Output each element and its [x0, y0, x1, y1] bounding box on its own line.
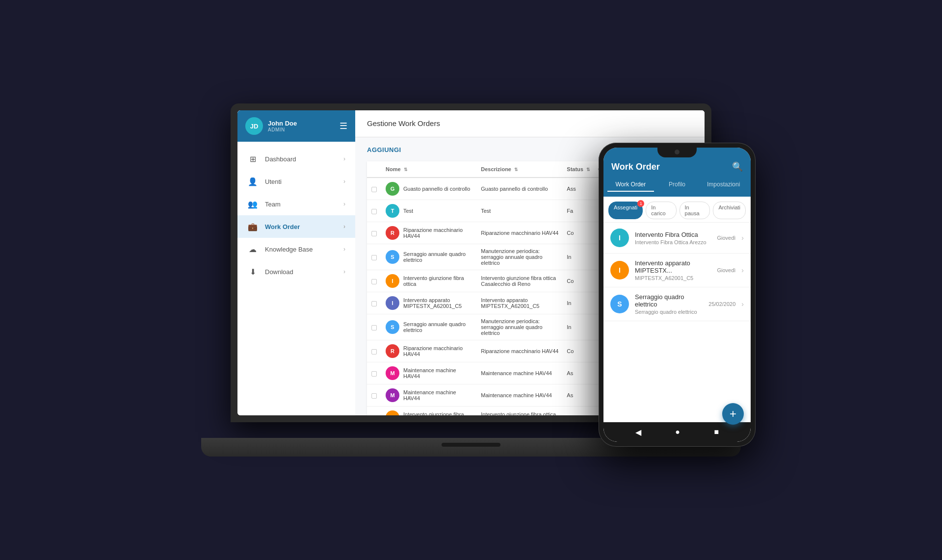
- checkbox-icon: ▢: [371, 369, 377, 377]
- row-status: Co: [563, 222, 594, 244]
- col-status: Status ⇅: [563, 161, 594, 178]
- row-avatar: T: [386, 204, 399, 218]
- sidebar-label-download: Download: [265, 268, 343, 276]
- row-checkbox: ▢: [367, 407, 382, 416]
- phone-list-item[interactable]: I Intervento Fibra Ottica Intervento Fib…: [603, 223, 751, 254]
- checkbox-icon: ▢: [371, 391, 377, 399]
- phone-fab-button[interactable]: +: [722, 403, 744, 425]
- phone-item-date: Giovedì: [717, 235, 735, 241]
- user-avatar: JD: [245, 117, 263, 135]
- row-checkbox: ▢: [367, 292, 382, 314]
- team-icon: 👥: [247, 199, 258, 209]
- chevron-right-icon: ›: [741, 266, 744, 274]
- row-desc: Maintenance machine HAV44: [477, 384, 563, 407]
- row-desc: Riparazione macchinario HAV44: [477, 340, 563, 362]
- workorder-icon: 💼: [247, 221, 258, 232]
- phone-list-item[interactable]: I Intervento apparato MIPTESTX... MIPTES…: [603, 254, 751, 287]
- sidebar-label-utenti: Utenti: [265, 178, 343, 185]
- row-checkbox: ▢: [367, 362, 382, 384]
- row-name: G Guasto pannello di controllo: [382, 178, 477, 200]
- row-name: I Intervento giunzione fibra ottica: [382, 407, 477, 416]
- row-status: In: [563, 314, 594, 340]
- col-nome: Nome ⇅: [382, 161, 477, 178]
- status-tab-archiviati[interactable]: Archiviati: [713, 202, 746, 219]
- phone-item-sub: Intervento Fibra Ottica Arezzo: [635, 239, 711, 245]
- row-status: As: [563, 384, 594, 407]
- status-tab-assegnati[interactable]: Assegnati 1: [608, 202, 643, 219]
- chevron-icon: ›: [343, 201, 345, 207]
- sidebar-item-team[interactable]: 👥 Team ›: [237, 193, 355, 215]
- row-name: R Riparazione macchinario HAV44: [382, 340, 477, 362]
- row-status: As: [563, 362, 594, 384]
- row-desc: Intervento giunzione fibra ottica Casale…: [477, 270, 563, 292]
- phone-title: Work Order: [611, 162, 660, 172]
- row-name: T Test: [382, 200, 477, 222]
- phone-item-sub: Serraggio quadro elettrico: [635, 309, 703, 315]
- row-checkbox: ▢: [367, 244, 382, 270]
- phone-recent-button[interactable]: ■: [714, 428, 719, 436]
- sidebar-item-download[interactable]: ⬇ Download ›: [237, 260, 355, 283]
- row-avatar: M: [386, 388, 399, 402]
- checkbox-icon: ▢: [371, 277, 377, 285]
- chevron-icon: ›: [343, 223, 345, 230]
- sidebar-item-utenti[interactable]: 👤 Utenti ›: [237, 170, 355, 193]
- row-name: I Intervento giunzione fibra ottica: [382, 270, 477, 292]
- dashboard-icon: ⊞: [247, 153, 258, 164]
- hamburger-icon[interactable]: ☰: [340, 121, 347, 131]
- chevron-icon: ›: [343, 268, 345, 275]
- sidebar-header: JD John Doe ADMIN ☰: [237, 110, 355, 142]
- phone-screen: Work Order 🔍 Work Order Profilo Impostaz…: [603, 148, 751, 442]
- row-checkbox: ▢: [367, 200, 382, 222]
- row-checkbox: ▢: [367, 222, 382, 244]
- phone-item-title: Intervento apparato MIPTESTX...: [635, 259, 711, 274]
- row-checkbox: ▢: [367, 178, 382, 200]
- sidebar-label-knowledge: Knowledge Base: [265, 246, 343, 253]
- row-avatar: S: [386, 320, 399, 334]
- row-avatar: R: [386, 344, 399, 358]
- phone-back-button[interactable]: ◀: [635, 428, 641, 437]
- row-checkbox: ▢: [367, 314, 382, 340]
- row-name: S Serraggio annuale quadro elettrico: [382, 244, 477, 270]
- add-button[interactable]: AGGIUNGI: [367, 146, 401, 153]
- chevron-right-icon: ›: [741, 234, 744, 242]
- phone-tab-workorder[interactable]: Work Order: [607, 178, 654, 192]
- status-tab-inpausa[interactable]: In pausa: [680, 202, 710, 219]
- row-desc: Riparazione macchinario HAV44: [477, 222, 563, 244]
- row-avatar: I: [386, 410, 399, 415]
- phone-search-icon[interactable]: 🔍: [732, 161, 743, 172]
- sidebar-item-knowledge[interactable]: ☁ Knowledge Base ›: [237, 238, 355, 260]
- checkbox-icon: ▢: [371, 253, 377, 261]
- status-tab-incarico[interactable]: In carico: [646, 202, 676, 219]
- phone-list-item[interactable]: S Serraggio quadro elettrico Serraggio q…: [603, 287, 751, 321]
- user-role: ADMIN: [268, 127, 340, 132]
- row-avatar: G: [386, 182, 399, 196]
- sort-icon: ⇅: [586, 167, 590, 172]
- phone-item-avatar: S: [610, 295, 629, 313]
- user-info: John Doe ADMIN: [268, 120, 340, 132]
- sidebar: JD John Doe ADMIN ☰ ⊞ Dashboard ›: [237, 110, 355, 415]
- row-desc: Test: [477, 200, 563, 222]
- phone-item-date: Giovedì: [717, 267, 735, 273]
- row-name: M Maintenance machine HAV44: [382, 384, 477, 407]
- row-desc: Intervento giunzione fibra ottica Casale…: [477, 407, 563, 416]
- row-status: Co: [563, 340, 594, 362]
- person-icon: 👤: [247, 176, 258, 187]
- row-checkbox: ▢: [367, 340, 382, 362]
- phone-item-date: 25/02/2020: [708, 301, 735, 307]
- chevron-icon: ›: [343, 246, 345, 253]
- phone-tab-impostazioni[interactable]: Impostazioni: [700, 178, 747, 192]
- checkbox-icon: ▢: [371, 299, 377, 307]
- checkbox-icon: ▢: [371, 413, 377, 415]
- sidebar-item-workorder[interactable]: 💼 Work Order ›: [237, 215, 355, 238]
- checkbox-icon: ▢: [371, 229, 377, 237]
- phone-item-title: Serraggio quadro elettrico: [635, 293, 703, 308]
- sidebar-item-dashboard[interactable]: ⊞ Dashboard ›: [237, 148, 355, 170]
- row-status: In: [563, 292, 594, 314]
- phone-item-content: Intervento apparato MIPTESTX... MIPTESTX…: [635, 259, 711, 281]
- phone-tab-profilo[interactable]: Profilo: [654, 178, 701, 192]
- phone-body: Work Order 🔍 Work Order Profilo Impostaz…: [599, 143, 756, 447]
- phone-home-button[interactable]: ●: [675, 428, 680, 436]
- download-icon: ⬇: [247, 266, 258, 277]
- phone-list: I Intervento Fibra Ottica Intervento Fib…: [603, 223, 751, 422]
- phone-item-avatar: I: [610, 229, 629, 247]
